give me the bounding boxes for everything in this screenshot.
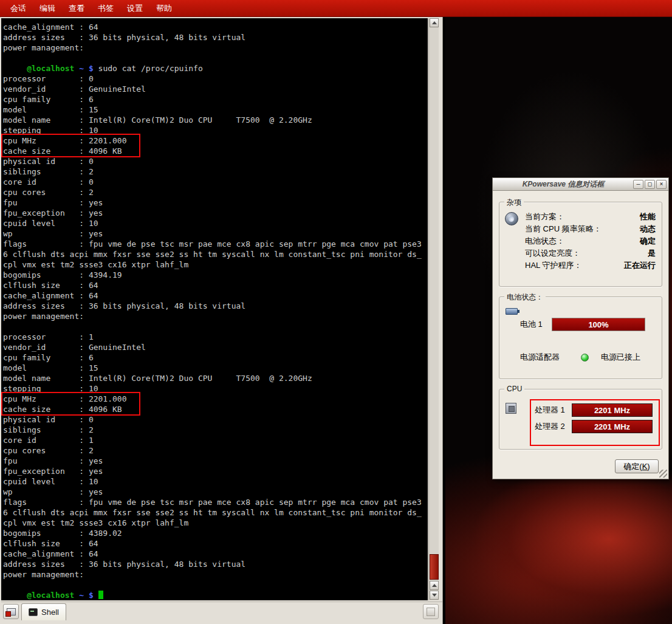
terminal-line: stepping : 10: [3, 383, 428, 394]
menu-bookmarks[interactable]: 书签: [91, 0, 120, 17]
ok-button[interactable]: 确定(K): [615, 459, 659, 473]
terminal-line: cpu family : 6: [3, 94, 428, 105]
terminal-line: cpl vmx est tm2 ssse3 cx16 xtpr lahf_lm: [3, 259, 428, 270]
scrollbar-thumb[interactable]: [430, 554, 439, 580]
tab-label: Shell: [41, 608, 59, 617]
terminal-line: clflush size : 64: [3, 538, 428, 549]
terminal-line: address sizes : 36 bits physical, 48 bit…: [3, 559, 428, 569]
scroll-down-button[interactable]: [430, 591, 439, 600]
terminal-line: wp : yes: [3, 228, 428, 239]
terminal-cursor: [98, 591, 103, 599]
ac-plugged-led-icon: [581, 354, 589, 362]
terminal-line: █████@localhost ~ $: [3, 590, 428, 600]
shell-icon: [29, 608, 38, 616]
cpu-frequency-bar: 2201 MHz: [572, 403, 653, 417]
battery-progressbar: 100%: [552, 318, 645, 331]
misc-label: 电池状态：: [525, 235, 564, 247]
battery-icon: [506, 308, 518, 315]
arrow-up-icon: [432, 21, 437, 24]
menu-settings[interactable]: 设置: [120, 0, 149, 17]
menu-session[interactable]: 会话: [4, 0, 33, 17]
misc-rows: 当前方案： 性能 当前 CPU 频率策略： 动态 电池状态： 确定 可以设定亮度…: [525, 211, 656, 272]
terminal-line: clflush size : 64: [3, 280, 428, 290]
terminal-line: flags : fpu vme de pse tsc msr pae mce c…: [3, 239, 428, 249]
menu-help[interactable]: 帮助: [149, 0, 179, 17]
misc-row: 当前 CPU 频率策略： 动态: [525, 223, 656, 235]
terminal-line: model name : Intel(R) Core(TM)2 Duo CPU …: [3, 115, 428, 125]
terminal-output: cache_alignment : 64address sizes : 36 b…: [1, 18, 428, 600]
ac-adapter-status: 电源已接上: [601, 352, 640, 363]
menubar: 会话 编辑 查看 书签 设置 帮助: [0, 0, 672, 17]
arrow-down-icon: [432, 594, 437, 597]
terminal-scrollbar[interactable]: [428, 18, 439, 600]
minimize-button[interactable]: –: [633, 180, 643, 189]
ac-adapter-label: 电源适配器: [520, 352, 576, 363]
misc-value: 正在运行: [624, 259, 656, 272]
session-tabbar: Shell: [1, 602, 442, 620]
terminal-line: power management:: [3, 43, 428, 53]
prompt-part: ~: [74, 591, 88, 600]
resize-grip[interactable]: [659, 470, 667, 478]
scroll-up-button[interactable]: [430, 18, 439, 27]
new-session-button[interactable]: [3, 604, 19, 619]
prompt-command: sudo cat /proc/cpuinfo: [98, 64, 203, 73]
dialog-buttons-row: 确定(K): [499, 459, 659, 473]
terminal-window: cache_alignment : 64address sizes : 36 b…: [0, 17, 443, 624]
battery-label: 电池 1: [520, 319, 546, 330]
misc-row: 当前方案： 性能: [525, 211, 656, 223]
terminal-line: bogomips : 4389.02: [3, 528, 428, 538]
terminal-line: [3, 580, 428, 590]
maximize-button[interactable]: □: [645, 180, 655, 189]
dialog-body: 杂项 当前方案： 性能 当前 CPU 频率策略： 动态 电池状态： 确定: [493, 191, 668, 473]
scroll-up-button-bottom[interactable]: [430, 581, 439, 590]
terminal-line: flags : fpu vme de pse tsc msr pae mce c…: [3, 497, 428, 507]
kpowersave-dialog: KPowersave 信息对话框 – □ × 杂项 当前方案： 性能 当前 CP…: [492, 177, 669, 479]
terminal-screen[interactable]: cache_alignment : 64address sizes : 36 b…: [1, 18, 428, 600]
misc-row: 可以设定亮度： 是: [525, 247, 656, 259]
misc-label: 当前方案：: [525, 211, 564, 223]
group-cpu: CPU 处理器 1 2201 MHz 处理器 2 2201 MHz: [499, 389, 662, 450]
ok-label: 确定(: [623, 461, 642, 472]
cpu-label: 处理器 1: [535, 405, 567, 416]
misc-value: 动态: [640, 223, 656, 235]
new-session-icon: [7, 608, 16, 615]
dialog-titlebar[interactable]: KPowersave 信息对话框 – □ ×: [493, 178, 668, 191]
terminal-line: address sizes : 36 bits physical, 48 bit…: [3, 301, 428, 311]
menu-view[interactable]: 查看: [62, 0, 91, 17]
terminal-line: cache size : 4096 KB: [3, 146, 428, 156]
prompt-part: $: [89, 64, 98, 73]
menu-edit[interactable]: 编辑: [33, 0, 62, 17]
cpu-row: 处理器 1 2201 MHz: [535, 403, 657, 417]
prompt-part: @localhost: [27, 591, 74, 600]
terminal-line: [3, 53, 428, 63]
terminal-line: stepping : 10: [3, 125, 428, 135]
ok-label-end: ): [647, 462, 650, 471]
misc-value: 性能: [640, 211, 656, 223]
terminal-line: vendor_id : GenuineIntel: [3, 84, 428, 94]
terminal-line: fpu_exception : yes: [3, 466, 428, 476]
ac-adapter-row: 电源适配器 电源已接上: [520, 352, 654, 363]
screen: 会话 编辑 查看 书签 设置 帮助 cache_alignment : 64ad…: [0, 0, 672, 624]
dialog-title: KPowersave 信息对话框: [495, 179, 632, 190]
prompt-part: █████: [3, 591, 27, 600]
terminal-line: cpl vmx est tm2 ssse3 cx16 xtpr lahf_lm: [3, 518, 428, 528]
terminal-line: cpu MHz : 2201.000: [3, 135, 428, 146]
cpu-row: 处理器 2 2201 MHz: [535, 420, 657, 433]
group-battery: 电池状态： 电池 1 100% 电源适配器 电源已接上: [499, 297, 662, 379]
terminal-line: cpu MHz : 2201.000: [3, 394, 428, 404]
terminal-line: core id : 1: [3, 435, 428, 445]
cpu-label: 处理器 2: [535, 421, 567, 432]
misc-value: 确定: [640, 235, 656, 247]
terminal-line: cache_alignment : 64: [3, 22, 428, 32]
terminal-line: bogomips : 4394.19: [3, 270, 428, 280]
close-button[interactable]: ×: [656, 180, 667, 189]
cpu-rows: 处理器 1 2201 MHz 处理器 2 2201 MHz: [535, 403, 657, 433]
terminal-line: core id : 0: [3, 177, 428, 187]
session-list-button[interactable]: [423, 604, 439, 619]
prompt-part: @localhost: [27, 64, 74, 73]
terminal-line: 6 clflush dts acpi mmx fxsr sse sse2 ss …: [3, 507, 428, 518]
terminal-line: cpu cores : 2: [3, 445, 428, 456]
tab-shell[interactable]: Shell: [21, 603, 66, 620]
ok-accel: K: [642, 462, 648, 471]
terminal-line: model : 15: [3, 105, 428, 115]
